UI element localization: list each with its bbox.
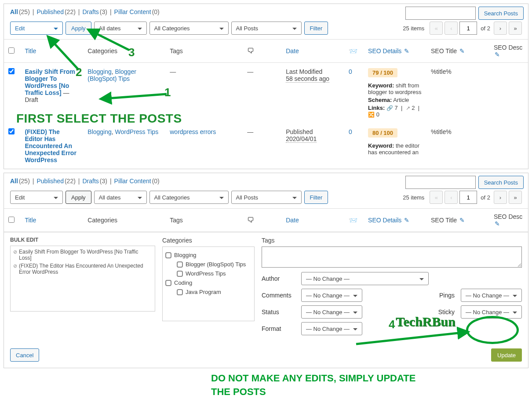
incoming-count[interactable]: 0 [349,128,352,135]
pagination: 25 items « ‹ of 2 › » [403,191,522,204]
filter-pillar[interactable]: Pillar Content [114,8,151,15]
page-prev[interactable]: ‹ [445,22,458,35]
seo-cell: 79 / 100 Keyword: shift from blogger to … [364,63,426,123]
pings-select[interactable]: — No Change — [461,289,522,302]
filter-all[interactable]: All [10,178,18,185]
checkbox-icon[interactable] [165,252,171,258]
date-cell: Published2020/04/01 [281,123,344,169]
svg-line-0 [107,94,167,98]
table-row: (FIXED) The Editor Has Encountered An Un… [4,123,528,169]
category-link[interactable]: Blogging [87,128,112,135]
col-seo[interactable]: SEO Details ✎ [364,40,426,63]
filter-all[interactable]: All [10,8,18,15]
bulk-action-select[interactable]: Edit [10,191,63,204]
category-item[interactable]: Java Program [165,287,251,297]
col-incoming[interactable]: 📨 [344,209,364,232]
update-button[interactable]: Update [491,348,522,362]
col-comments[interactable]: 🗨 [243,40,281,63]
category-item[interactable]: Coding [165,278,251,287]
category-link[interactable]: WordPress Tips [115,128,159,135]
pencil-icon: ✎ [495,220,500,227]
category-item[interactable]: Blogger (BlogSpot) Tips [165,260,251,269]
search-input[interactable] [405,7,476,20]
pencil-icon: ✎ [495,51,500,58]
seo-score-badge: 79 / 100 [368,68,397,77]
filter-button[interactable]: Filter [304,191,328,204]
checkbox-icon[interactable] [177,261,183,268]
remove-icon[interactable]: ⊘ [13,249,17,255]
tags-textarea[interactable] [262,246,522,268]
comments-label: Comments [262,292,295,299]
filter-pillar[interactable]: Pillar Content [114,178,151,185]
page-input[interactable] [459,191,477,204]
comments-cell: — [243,63,281,123]
page-input[interactable] [459,22,477,35]
row-checkbox[interactable] [8,68,15,74]
row-checkbox[interactable] [8,128,15,134]
col-seo[interactable]: SEO Details ✎ [364,209,426,232]
toolbar: Edit Apply All dates All Categories All … [4,186,528,208]
col-comments[interactable]: 🗨 [243,209,281,232]
search-input[interactable] [405,176,476,189]
filter-button[interactable]: Filter [304,22,328,35]
filter-drafts[interactable]: Drafts [82,8,98,15]
post-title-link[interactable]: (FIXED) The Editor Has Encountered An Un… [25,128,76,163]
filter-drafts[interactable]: Drafts [82,178,98,185]
col-categories: Categories [83,209,165,232]
select-all-checkbox[interactable] [8,47,15,54]
tag-link[interactable]: wordpress errors [170,128,216,135]
posts-panel-1: All (25) | Published (22) | Drafts (3) |… [4,4,528,169]
col-seo-desc: SEO Desc ✎ [489,40,528,63]
col-incoming[interactable]: 📨 [344,40,364,63]
category-item[interactable]: WordPress Tips [165,269,251,278]
filter-pillar-count: (0) [152,8,160,15]
checkbox-icon[interactable] [177,289,183,295]
page-prev[interactable]: ‹ [445,191,458,204]
page-last[interactable]: » [509,22,522,35]
category-item[interactable]: Blogging [165,250,251,260]
apply-button[interactable]: Apply [66,191,91,204]
category-checklist[interactable]: Blogging Blogger (BlogSpot) Tips WordPre… [162,246,255,321]
incoming-icon: 📨 [349,47,357,55]
posts-select[interactable]: All Posts [231,22,302,35]
annotation-first-text: FIRST SELECT THE POSTS [16,112,182,126]
filter-all-count: (25) [19,8,30,15]
filter-published[interactable]: Published [36,8,64,15]
col-date[interactable]: Date [281,209,344,232]
status-select[interactable]: — No Change — [301,305,362,319]
author-label: Author [262,275,295,282]
annotation-number-3: 3 [128,46,135,59]
col-title[interactable]: Title [20,209,83,232]
col-date[interactable]: Date [281,40,344,63]
search-group: Search Posts [405,7,524,20]
page-last[interactable]: » [509,191,522,204]
posts-select[interactable]: All Posts [231,191,302,204]
filter-published[interactable]: Published [36,178,64,185]
page-first[interactable]: « [430,191,443,204]
incoming-count[interactable]: 0 [349,68,352,75]
categories-select[interactable]: All Categories [149,191,229,204]
bulk-post-item: ⊘Easily Shift From Blogger To WordPress … [13,249,152,261]
checkbox-icon[interactable] [165,280,171,286]
categories-heading: Categories [162,237,255,244]
cancel-button[interactable]: Cancel [10,348,39,362]
author-select[interactable]: — No Change — [301,272,429,285]
remove-icon[interactable]: ⊘ [13,263,17,269]
checkbox-icon[interactable] [177,271,183,277]
page-next[interactable]: › [494,22,507,35]
comments-select[interactable]: — No Change — [301,289,362,302]
pencil-icon: ✎ [404,217,409,224]
dates-select[interactable]: All dates [94,191,147,204]
col-seo-title: SEO Title ✎ [426,209,489,232]
search-button[interactable]: Search Posts [478,176,524,189]
search-button[interactable]: Search Posts [478,7,524,20]
page-next[interactable]: › [494,191,507,204]
page-first[interactable]: « [430,22,443,35]
bulk-post-list[interactable]: ⊘Easily Shift From Blogger To WordPress … [10,246,155,312]
comments-cell: — [243,123,281,169]
seo-title-cell: %title% [426,63,489,123]
pencil-icon: ✎ [404,47,409,54]
annotation-bottom-text: DO NOT MAKE ANY EDITS, SIMPLY UPDATE THE… [211,372,532,399]
filter-drafts-count: (3) [100,8,107,15]
select-all-checkbox[interactable] [8,217,15,223]
